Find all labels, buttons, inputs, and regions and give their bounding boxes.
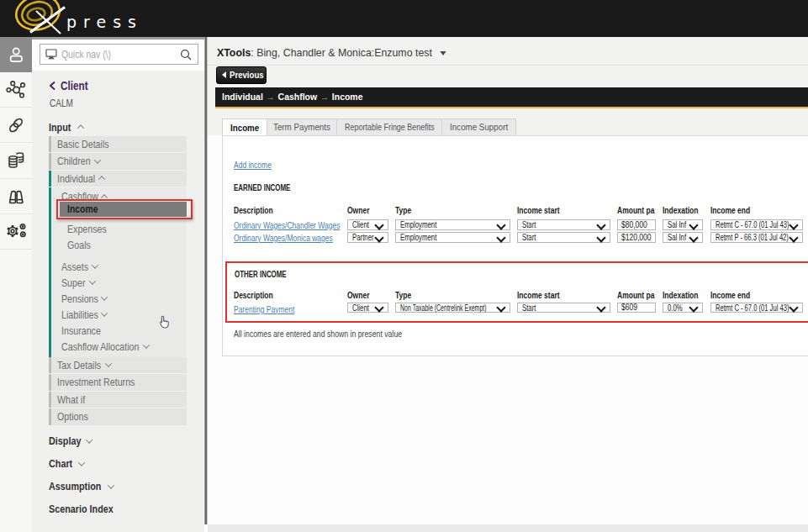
- type-select[interactable]: Employment: [395, 219, 510, 230]
- tab-term-payments[interactable]: Term Payments: [267, 119, 338, 137]
- xpress-logo: press: [15, 0, 183, 37]
- nav-heading-display[interactable]: Display: [49, 435, 92, 447]
- col-indexation: Indexation: [663, 206, 699, 215]
- icon-rail: [0, 37, 32, 532]
- income-highlight-box: [56, 199, 193, 220]
- income-start-select[interactable]: Start: [517, 303, 610, 313]
- chevron-up-icon: [98, 176, 105, 182]
- nav-item-assets[interactable]: Assets: [61, 261, 98, 273]
- rail-item-settings[interactable]: [0, 214, 32, 250]
- indexation-select[interactable]: Sal Inf: [663, 232, 703, 243]
- binoculars-icon: [6, 186, 26, 206]
- indexation-select[interactable]: Sal Inf: [663, 219, 703, 230]
- chevron-down-icon: [78, 459, 85, 466]
- scenario-dropdown-caret[interactable]: [440, 51, 446, 55]
- col-income-end: Income end: [710, 206, 750, 215]
- indexation-select[interactable]: 0.0%: [663, 303, 703, 313]
- chevron-down-icon: [374, 220, 383, 229]
- chevron-down-icon: [789, 233, 798, 242]
- col-type: Type: [395, 206, 411, 215]
- rail-item-client[interactable]: [0, 37, 32, 72]
- col-type: Type: [395, 291, 411, 300]
- tab-reportable-fringe-benefits[interactable]: Reportable Fringe Benefits: [337, 119, 442, 137]
- income-description-link[interactable]: Ordinary Wages/Monica wages: [234, 234, 333, 243]
- client-heading: Client: [61, 79, 88, 92]
- chevron-down-icon: [142, 341, 149, 348]
- breadcrumb-item[interactable]: Cashflow: [277, 92, 317, 102]
- nav-item-options[interactable]: Options: [49, 408, 187, 425]
- col-income-start: Income start: [517, 206, 560, 215]
- col-description: Description: [234, 291, 273, 300]
- previous-button[interactable]: Previous: [216, 66, 267, 84]
- amount-pa-input[interactable]: $80,000: [617, 219, 656, 230]
- chevron-down-icon: [689, 233, 698, 242]
- income-start-select[interactable]: Start: [517, 219, 610, 230]
- coins-icon: [6, 150, 26, 171]
- nav-item-basic-details[interactable]: Basic Details: [49, 136, 187, 153]
- nav-item-expenses[interactable]: Expenses: [67, 223, 115, 235]
- nav-item-cashflow-allocation[interactable]: Cashflow Allocation: [61, 340, 149, 353]
- nav-item-children[interactable]: Children: [49, 153, 187, 170]
- chevron-down-icon: [789, 220, 798, 229]
- type-select[interactable]: Non Taxable (Centrelink Exempt): [395, 303, 510, 313]
- gears-icon: [5, 221, 27, 241]
- chevron-down-icon: [374, 233, 383, 242]
- chevron-down-icon: [496, 303, 505, 312]
- owner-select[interactable]: Client: [347, 219, 388, 230]
- client-name: CALM: [50, 97, 73, 109]
- chevron-down-icon: [101, 293, 108, 300]
- type-select[interactable]: Employment: [395, 232, 510, 243]
- nav-item-investment-returns[interactable]: Investment Returns: [49, 374, 187, 391]
- breadcrumb-item[interactable]: Income: [331, 92, 362, 102]
- nav-item-liabilities[interactable]: Liabilities: [61, 308, 107, 321]
- nav-item-goals[interactable]: Goals: [67, 239, 96, 251]
- income-description-link[interactable]: Ordinary Wages/Chandler Wages: [234, 221, 340, 230]
- income-end-select[interactable]: Retmt P - 66.3 (01 Jul 42): [710, 232, 803, 243]
- search-icon[interactable]: [180, 49, 192, 61]
- income-start-select[interactable]: Start: [517, 232, 610, 243]
- nav-item-what-if[interactable]: What if: [49, 392, 187, 408]
- rail-item-coins[interactable]: [0, 143, 32, 178]
- nav-item-pensions[interactable]: Pensions: [61, 292, 107, 305]
- col-indexation: Indexation: [663, 291, 699, 300]
- rail-item-network[interactable]: [0, 72, 32, 108]
- breadcrumb-item[interactable]: Individual: [222, 92, 263, 102]
- owner-select[interactable]: Partner: [347, 232, 388, 243]
- chevron-down-icon: [596, 303, 605, 312]
- link-icon: [6, 115, 26, 135]
- rail-item-research[interactable]: [0, 179, 32, 214]
- nav-item-insurance[interactable]: Insurance: [61, 324, 109, 337]
- nav-heading-scenario-index[interactable]: Scenario Index: [49, 503, 129, 515]
- income-description-link[interactable]: Parenting Payment: [234, 305, 294, 314]
- breadcrumb-arrow: →: [317, 92, 332, 102]
- tab-income[interactable]: Income: [222, 119, 267, 138]
- nav-item-super[interactable]: Super: [61, 277, 95, 289]
- chevron-left-icon: [49, 81, 56, 91]
- income-panel: Add income EARNED INCOME Description Own…: [222, 135, 808, 356]
- income-end-select[interactable]: Retmt C - 67.0 (01 Jul 43): [710, 303, 803, 313]
- chevron-down-icon: [101, 309, 108, 316]
- col-income-start: Income start: [517, 291, 560, 300]
- chevron-down-icon: [789, 303, 798, 312]
- owner-select[interactable]: Client: [347, 303, 388, 313]
- tab-income-support[interactable]: Income Support: [442, 119, 516, 137]
- hand-cursor: [159, 315, 170, 329]
- nav-item-individual[interactable]: Individual: [49, 171, 187, 187]
- quick-nav-placeholder: Quick nav (\): [61, 48, 156, 61]
- horizontal-scrollbar-track[interactable]: [208, 524, 808, 532]
- chevron-down-icon: [374, 303, 383, 312]
- scenario-title: XTools: Bing, Chandler & Monica:Enzumo t…: [217, 46, 446, 59]
- add-income-link[interactable]: Add income: [234, 161, 272, 170]
- nav-heading-chart[interactable]: Chart: [49, 457, 84, 470]
- nav-heading-input[interactable]: Input: [49, 121, 83, 134]
- amount-pa-input[interactable]: $120,000: [617, 232, 656, 243]
- chevron-down-icon: [88, 277, 95, 284]
- quick-nav-input[interactable]: Quick nav (\): [40, 44, 198, 65]
- amount-pa-input[interactable]: $609: [617, 303, 656, 313]
- nav-item-tax-details[interactable]: Tax Details: [49, 357, 187, 374]
- client-back-link[interactable]: Client: [49, 79, 94, 92]
- nav-heading-assumption[interactable]: Assumption: [49, 480, 114, 492]
- rail-item-link[interactable]: [0, 108, 32, 143]
- chevron-down-icon: [689, 303, 698, 312]
- income-end-select[interactable]: Retmt C - 67.0 (01 Jul 43): [710, 219, 803, 230]
